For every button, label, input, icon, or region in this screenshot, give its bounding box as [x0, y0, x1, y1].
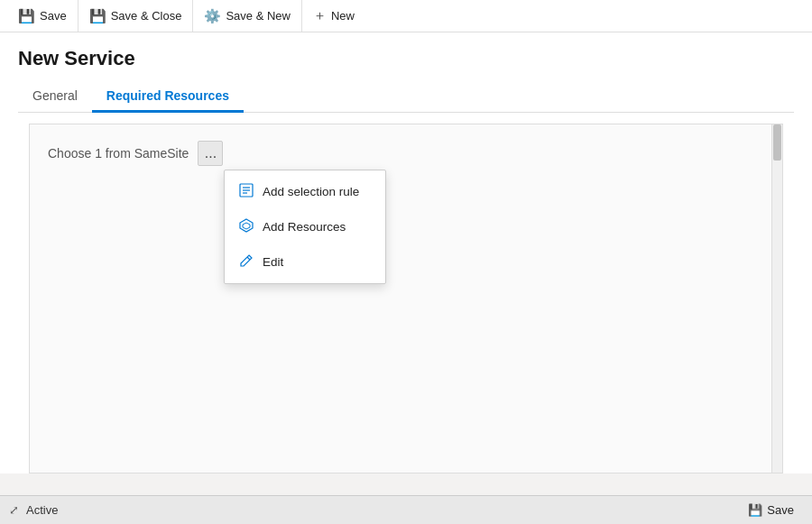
save-new-button[interactable]: ⚙️ Save & New: [193, 0, 302, 32]
save-button[interactable]: 💾 Save: [7, 0, 78, 32]
expand-icon[interactable]: ⤢: [9, 503, 19, 517]
status-save-button[interactable]: 💾 Save: [739, 500, 803, 520]
status-save-icon: 💾: [748, 503, 762, 517]
new-icon: ＋: [313, 7, 327, 24]
tab-bar: General Required Resources: [18, 81, 794, 113]
add-selection-rule-label: Add selection rule: [263, 185, 359, 198]
svg-marker-4: [240, 219, 253, 232]
dropdown-menu: Add selection rule Add Resources: [224, 170, 386, 284]
tab-required-resources[interactable]: Required Resources: [92, 81, 244, 113]
new-label: New: [331, 9, 355, 23]
svg-marker-5: [243, 223, 250, 229]
save-label: Save: [40, 9, 67, 23]
save-close-icon: 💾: [89, 8, 106, 24]
save-close-label: Save & Close: [111, 9, 182, 23]
save-icon: 💾: [18, 8, 35, 24]
add-selection-rule-icon: [239, 183, 254, 200]
save-new-icon: ⚙️: [204, 8, 221, 24]
scrollbar-thumb[interactable]: [773, 124, 781, 161]
new-button[interactable]: ＋ New: [302, 0, 365, 32]
add-resources-label: Add Resources: [263, 220, 346, 234]
status-left: ⤢ Active: [9, 503, 58, 517]
main-content: New Service General Required Resources C…: [0, 32, 812, 473]
tab-general[interactable]: General: [18, 81, 92, 113]
page-title: New Service: [18, 47, 794, 70]
content-area: Choose 1 from SameSite ... Add selection…: [29, 124, 783, 473]
dropdown-item-add-resources[interactable]: Add Resources: [225, 209, 385, 244]
save-close-button[interactable]: 💾 Save & Close: [78, 0, 194, 32]
ellipsis-button[interactable]: ...: [198, 141, 223, 166]
add-resources-icon: [239, 218, 254, 235]
status-bar: ⤢ Active 💾 Save: [0, 495, 812, 524]
toolbar: 💾 Save 💾 Save & Close ⚙️ Save & New ＋ Ne…: [0, 0, 812, 32]
choose-label: Choose 1 from SameSite: [48, 146, 189, 161]
scrollbar[interactable]: [771, 124, 782, 473]
edit-label: Edit: [263, 255, 283, 269]
choose-row: Choose 1 from SameSite ...: [30, 124, 782, 182]
status-active: Active: [26, 503, 58, 517]
save-new-label: Save & New: [226, 9, 291, 23]
edit-icon: [239, 253, 254, 271]
svg-line-6: [247, 257, 250, 260]
dropdown-item-add-selection-rule[interactable]: Add selection rule: [225, 174, 385, 209]
ellipsis-icon: ...: [205, 145, 217, 161]
status-save-label: Save: [767, 503, 794, 517]
dropdown-item-edit[interactable]: Edit: [225, 244, 385, 280]
